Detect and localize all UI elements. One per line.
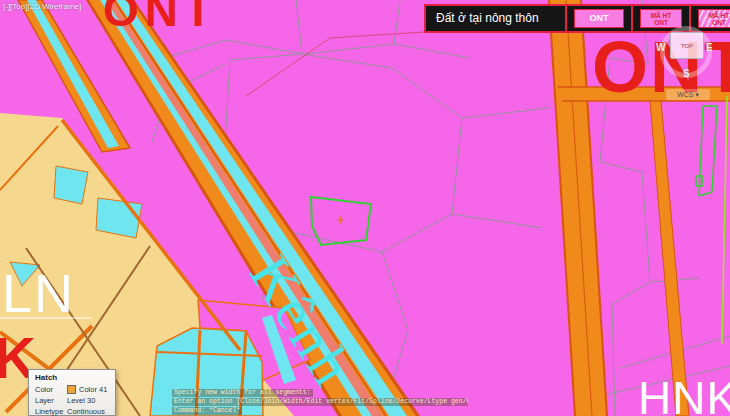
ont-button[interactable]: ONT	[574, 9, 624, 28]
map-canvas[interactable]: ONT ONT LN K HNK Kênh	[0, 0, 730, 416]
viewcube-widget[interactable]: W E S TOP WCS ▾	[648, 20, 730, 104]
command-line-1: Specify new width for all segments:	[172, 389, 313, 397]
color-swatch	[67, 385, 76, 394]
hatch-row-layer: Layer Level 30	[35, 396, 115, 405]
cad-map-viewport[interactable]: ONT ONT LN K HNK Kênh [-][Top][2D Wirefr…	[0, 0, 730, 416]
label-hnk: HNK	[638, 372, 730, 416]
hatch-row-color: Color Color 41	[35, 385, 115, 394]
hatch-title: Hatch	[35, 373, 115, 382]
compass-east[interactable]: E	[706, 42, 713, 53]
hatch-row-linetype: Linetype Continuous	[35, 407, 115, 416]
compass-west[interactable]: W	[656, 42, 665, 53]
compass-south[interactable]: S	[683, 68, 690, 79]
label-ln: LN	[2, 263, 75, 323]
command-line-2: Enter an option [Close/Join/Width/Edit v…	[172, 398, 468, 406]
viewport-controls-label[interactable]: [-][Top][2D Wireframe]	[3, 2, 81, 11]
command-line-3: Command: *Cancel*	[172, 407, 242, 415]
label-ont-topleft: ONT	[103, 0, 218, 36]
viewcube-top-face[interactable]: TOP	[670, 32, 704, 59]
landuse-title: Đất ở tại nông thôn	[426, 6, 565, 31]
wcs-dropdown[interactable]: WCS ▾	[666, 89, 710, 100]
hatch-rollover-tooltip: Hatch Color Color 41 Layer Level 30 Line…	[28, 369, 116, 416]
